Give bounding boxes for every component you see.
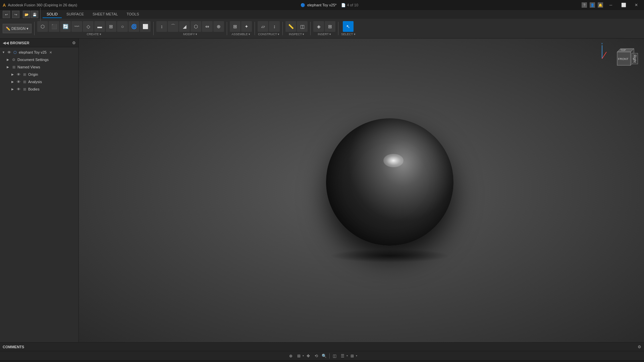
tree-icon-bodies-eye: 👁: [16, 87, 21, 92]
combine-icon[interactable]: ⊕: [213, 21, 224, 32]
orbit-icon[interactable]: ⊞: [295, 352, 303, 360]
measure-icon[interactable]: 📏: [285, 21, 296, 32]
rib-icon[interactable]: ▬: [94, 21, 105, 32]
assemble-label[interactable]: ASSEMBLE ▾: [231, 33, 250, 36]
design-icon: ✏️: [6, 26, 10, 31]
toolbar-group-inspect: 📏 ◫ INSPECT ▾: [285, 21, 308, 36]
toolbar-group-select: ↖ SELECT ▾: [341, 21, 355, 36]
scale-icon[interactable]: ⇔: [202, 21, 213, 32]
help-button[interactable]: ?: [582, 2, 587, 8]
notification-button[interactable]: 🔔: [598, 2, 603, 8]
construct-label[interactable]: CONSTRUCT ▾: [258, 33, 279, 36]
title-bar: A Autodesk Fusion 360 (Expiring in 26 da…: [0, 0, 644, 10]
joint-origin-icon[interactable]: ✦: [241, 21, 252, 32]
tree-arrow-views: ▶: [7, 65, 10, 69]
browser-options-button[interactable]: ⚙: [72, 41, 76, 45]
browser-tree: ▼ 👁 ⬡ elephant Toy v25 ✕ ▶ ⚙ Document Se…: [0, 47, 78, 94]
toolbar-group-modify: ↕ ⌒ ◢ ⬡ ⇔ ⊕ MODIFY ▾: [156, 21, 224, 36]
sphere-shadow: [329, 249, 450, 262]
tree-item-doc-settings[interactable]: ▶ ⚙ Document Settings: [0, 56, 78, 63]
axis-icon[interactable]: ↕: [269, 21, 280, 32]
offset-plane-icon[interactable]: ▱: [258, 21, 268, 32]
close-button[interactable]: ✕: [631, 0, 641, 10]
timeline-bar: ⏮ ⏪ ▶ ⏩ ⏭ ⚙ ⊞: [0, 360, 644, 362]
tab-tools[interactable]: TOOLS: [122, 11, 143, 18]
shell-icon[interactable]: ⬡: [191, 21, 201, 32]
save-button[interactable]: 💾: [31, 11, 38, 18]
app-title: Autodesk Fusion 360 (Expiring in 26 days…: [8, 3, 77, 7]
modify-label[interactable]: MODIFY ▾: [183, 33, 197, 36]
toolbar-group-create: ⬡ ⬛ 🔄 〰 ◇ ▬ ⊞ ○ 🌀 ⬜ CREATE ▾: [37, 21, 151, 36]
svg-text:FRONT: FRONT: [618, 57, 629, 61]
tree-item-analysis[interactable]: ▶ 👁 ⊞ Analysis: [0, 78, 78, 85]
account-button[interactable]: 👤: [590, 2, 595, 8]
insert-label[interactable]: INSERT ▾: [318, 33, 331, 36]
redo-button[interactable]: ↪: [12, 11, 19, 18]
browser-collapse-button[interactable]: ◀◀: [3, 41, 9, 45]
tree-arrow-origin: ▶: [11, 73, 15, 76]
box-icon[interactable]: ⬜: [140, 21, 151, 32]
tree-icon-analysis-eye: 👁: [16, 79, 21, 84]
insert-svg-icon[interactable]: ⊞: [325, 21, 335, 32]
extrude-icon[interactable]: ⬛: [49, 21, 59, 32]
revolve-icon[interactable]: 🔄: [60, 21, 71, 32]
grid-icon[interactable]: ☰: [339, 352, 346, 360]
nav-icon[interactable]: ⊕: [287, 352, 294, 360]
tab-sheet-metal[interactable]: SHEET METAL: [89, 11, 122, 18]
right-view-label[interactable]: Right: [632, 53, 638, 64]
loft-icon[interactable]: ◇: [83, 21, 94, 32]
restore-button[interactable]: ⬜: [619, 0, 629, 10]
new-component-icon[interactable]: ⬡: [37, 21, 48, 32]
tab-surface[interactable]: SURFACE: [62, 11, 88, 18]
title-bar-right: ? 👤 🔔 ─ ⬜ ✕: [582, 0, 641, 10]
select-icon[interactable]: ↖: [343, 21, 354, 32]
tree-label-views: Named Views: [17, 65, 40, 69]
tree-icon-origin: ⊞: [22, 72, 27, 77]
undo-button[interactable]: ↩: [3, 11, 10, 18]
fit-icon[interactable]: 🔍: [321, 352, 328, 360]
toolbar-area: ↩ ↪ 📂 💾 SOLID SURFACE SHEET METAL TOOLS …: [0, 10, 644, 39]
tree-item-bodies[interactable]: ▶ 👁 ⊞ Bodies: [0, 85, 78, 93]
display-mode-icon[interactable]: ◫: [331, 352, 338, 360]
svg-line-7: [602, 52, 606, 59]
doc-icon: 🔵: [301, 3, 305, 7]
title-bar-left: A Autodesk Fusion 360 (Expiring in 26 da…: [3, 3, 77, 8]
design-button[interactable]: ✏️ DESIGN ▾: [3, 24, 32, 33]
tree-icon-origin-eye: 👁: [16, 72, 21, 77]
axis-indicator: Y X: [597, 42, 607, 63]
fillet-icon[interactable]: ⌒: [168, 21, 178, 32]
tree-component-icon: ⬡: [13, 50, 17, 55]
toolbar-row: ✏️ DESIGN ▾ ⬡ ⬛ 🔄 〰 ◇ ▬ ⊞ ○ 🌀 ⬜ CREATE ▾: [0, 19, 644, 38]
press-pull-icon[interactable]: ↕: [156, 21, 167, 32]
view-cube[interactable]: FRONT TOP RIGHT Right: [610, 45, 637, 72]
tree-label-root: elephant Toy v25: [19, 50, 47, 54]
insert-mesh-icon[interactable]: ◈: [313, 21, 324, 32]
environment-icon[interactable]: ⊞: [348, 352, 356, 360]
minimize-button[interactable]: ─: [606, 0, 616, 10]
tree-arrow-analysis: ▶: [11, 80, 15, 83]
viewport[interactable]: FRONT TOP RIGHT Right Y X: [79, 39, 644, 342]
tree-item-origin[interactable]: ▶ 👁 ⊞ Origin: [0, 71, 78, 78]
hole-icon[interactable]: ○: [117, 21, 128, 32]
tree-item-root[interactable]: ▼ 👁 ⬡ elephant Toy v25 ✕: [0, 49, 78, 56]
thread-icon[interactable]: 🌀: [128, 21, 139, 32]
pan-icon[interactable]: ✥: [305, 352, 312, 360]
tree-close-root[interactable]: ✕: [49, 51, 52, 54]
web-icon[interactable]: ⊞: [106, 21, 116, 32]
sweep-icon[interactable]: 〰: [71, 21, 82, 32]
section-analysis-icon[interactable]: ◫: [297, 21, 308, 32]
new-joint-icon[interactable]: ⊞: [230, 21, 240, 32]
tree-label-bodies: Bodies: [28, 87, 40, 91]
open-button[interactable]: 📂: [23, 11, 30, 18]
svg-text:TOP: TOP: [621, 49, 626, 52]
inspect-label[interactable]: INSPECT ▾: [289, 33, 304, 36]
axis-svg: Y X: [597, 42, 607, 62]
zoom-icon[interactable]: ⟲: [313, 352, 320, 360]
comments-options[interactable]: ⚙: [638, 345, 641, 349]
tree-item-named-views[interactable]: ▶ ⊞ Named Views: [0, 63, 78, 71]
tab-solid[interactable]: SOLID: [43, 11, 62, 18]
tree-label-analysis: Analysis: [28, 80, 42, 84]
create-label[interactable]: CREATE ▾: [87, 33, 101, 36]
chamfer-icon[interactable]: ◢: [179, 21, 190, 32]
select-label[interactable]: SELECT ▾: [341, 33, 355, 36]
